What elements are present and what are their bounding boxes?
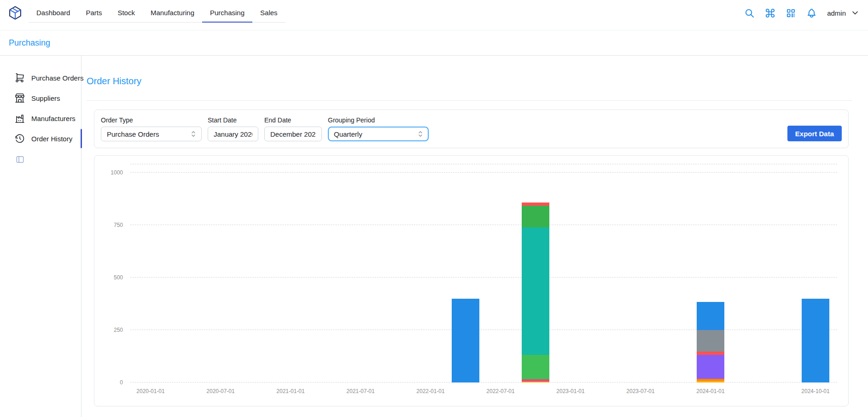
gridline <box>130 382 837 382</box>
bar-segment[interactable] <box>697 352 724 355</box>
x-axis-tick-label: 2023-07-01 <box>626 388 654 394</box>
purchasing-sidebar: Purchase Orders Suppliers <box>0 56 82 417</box>
breadcrumb-purchasing[interactable]: Purchasing <box>9 38 50 48</box>
main-panel: Order History Order Type Purchase Orders… <box>82 56 868 417</box>
filter-start-date: Start Date <box>208 116 258 141</box>
shopping-cart-icon <box>14 72 25 83</box>
navbar-actions: admin <box>744 0 860 26</box>
username: admin <box>827 9 846 17</box>
sidebar-item-purchase-orders[interactable]: Purchase Orders <box>0 68 81 88</box>
x-axis-tick-label: 2022-07-01 <box>486 388 514 394</box>
filter-order-type: Order Type Purchase Orders <box>101 116 202 141</box>
building-factory-icon <box>14 113 25 124</box>
plot-area: 025050075010002020-01-012020-07-012021-0… <box>130 173 837 382</box>
bar-segment[interactable] <box>522 227 549 355</box>
building-store-icon <box>14 93 25 104</box>
plot-top-frame-line <box>130 164 837 164</box>
bar-segment[interactable] <box>802 299 829 382</box>
bar-segment[interactable] <box>522 382 549 382</box>
gridline <box>130 172 837 173</box>
bar-segment[interactable] <box>697 381 724 382</box>
main-tab-bar: Dashboard Parts Stock Manufacturing Purc… <box>29 0 285 23</box>
search-icon[interactable] <box>744 8 755 18</box>
x-axis-tick-label: 2023-01-01 <box>556 388 584 394</box>
sidebar-item-label: Order History <box>31 135 72 143</box>
tab-manufacturing[interactable]: Manufacturing <box>143 4 202 23</box>
chart-bar[interactable] <box>697 302 724 382</box>
sidebar-item-label: Suppliers <box>31 94 60 102</box>
sidebar-item-order-history[interactable]: Order History <box>0 128 81 149</box>
start-date-label: Start Date <box>208 116 258 124</box>
qr-code-icon[interactable] <box>786 8 796 18</box>
chevron-selector-icon <box>189 130 198 138</box>
tab-parts[interactable]: Parts <box>78 4 110 23</box>
bar-segment[interactable] <box>522 206 549 227</box>
sidebar-item-manufacturers[interactable]: Manufacturers <box>0 108 81 128</box>
gridline <box>130 330 837 330</box>
y-axis-tick-label: 250 <box>114 327 123 333</box>
x-axis-tick-label: 2024-10-01 <box>801 388 829 394</box>
tab-stock[interactable]: Stock <box>110 4 143 23</box>
app-logo-icon[interactable] <box>7 5 23 21</box>
start-date-input[interactable] <box>208 127 258 141</box>
x-axis-tick-label: 2021-01-01 <box>276 388 304 394</box>
order-type-label: Order Type <box>101 116 202 124</box>
bar-segment[interactable] <box>697 330 724 352</box>
user-menu[interactable]: admin <box>827 8 860 17</box>
order-type-select[interactable]: Purchase Orders <box>101 127 202 141</box>
sidebar-item-label: Manufacturers <box>31 115 76 122</box>
y-axis-tick-label: 1000 <box>111 169 123 176</box>
x-axis-tick-label: 2020-01-01 <box>136 388 164 394</box>
grouping-period-label: Grouping Period <box>328 116 429 124</box>
export-data-button[interactable]: Export Data <box>787 126 842 141</box>
grouping-period-value: Quarterly <box>334 130 362 138</box>
bar-segment[interactable] <box>697 355 724 379</box>
end-date-input[interactable] <box>264 127 322 141</box>
y-axis-tick-label: 750 <box>114 222 123 228</box>
order-history-chart-card: 025050075010002020-01-012020-07-012021-0… <box>94 155 849 406</box>
bar-segment[interactable] <box>522 203 549 206</box>
x-axis-tick-label: 2021-07-01 <box>346 388 374 394</box>
chart-bar[interactable] <box>522 203 549 382</box>
y-axis-tick-label: 500 <box>114 274 123 281</box>
sidebar-item-suppliers[interactable]: Suppliers <box>0 88 81 108</box>
tab-sales[interactable]: Sales <box>252 4 285 23</box>
filter-grouping-period: Grouping Period Quarterly <box>328 116 429 141</box>
y-axis-tick-label: 0 <box>120 379 123 386</box>
top-navbar: Dashboard Parts Stock Manufacturing Purc… <box>0 0 868 30</box>
filter-end-date: End Date <box>264 116 322 141</box>
chart-bar[interactable] <box>802 299 829 382</box>
content-area: Purchase Orders Suppliers <box>0 56 868 417</box>
tab-dashboard[interactable]: Dashboard <box>29 4 78 23</box>
tab-purchasing[interactable]: Purchasing <box>202 4 252 23</box>
sidebar-collapse-icon[interactable] <box>16 155 24 164</box>
history-icon <box>14 133 25 144</box>
grouping-period-select[interactable]: Quarterly <box>328 127 429 141</box>
chevron-selector-icon <box>416 130 425 138</box>
gridline <box>130 277 837 278</box>
gridline <box>130 225 837 225</box>
x-axis-tick-label: 2022-01-01 <box>416 388 444 394</box>
command-icon[interactable] <box>765 8 775 18</box>
bar-segment[interactable] <box>522 355 549 379</box>
filter-bar: Order Type Purchase Orders Start Date En… <box>94 110 849 148</box>
breadcrumb: Purchasing <box>0 30 868 56</box>
bell-icon[interactable] <box>806 8 817 18</box>
chart-bar[interactable] <box>452 299 479 382</box>
end-date-label: End Date <box>264 116 322 124</box>
x-axis-tick-label: 2024-01-01 <box>696 388 724 394</box>
title-divider <box>87 100 852 101</box>
chevron-down-icon <box>851 8 860 17</box>
order-type-value: Purchase Orders <box>107 130 159 138</box>
bar-segment[interactable] <box>452 299 479 382</box>
page-title: Order History <box>87 76 852 87</box>
bar-segment[interactable] <box>697 302 724 330</box>
x-axis-tick-label: 2020-07-01 <box>206 388 234 394</box>
sidebar-item-label: Purchase Orders <box>31 74 83 82</box>
